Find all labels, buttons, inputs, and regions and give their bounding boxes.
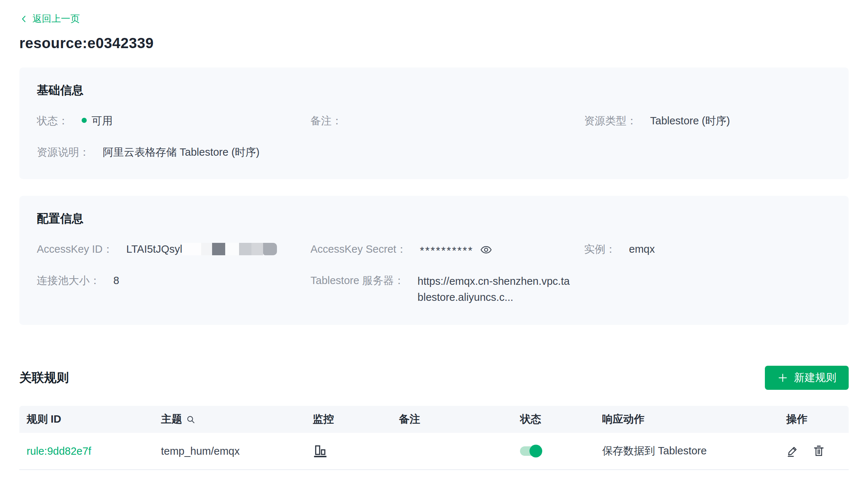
instance-field: 实例： emqx <box>584 242 831 256</box>
remark-label: 备注： <box>310 113 342 128</box>
search-icon <box>186 415 196 424</box>
back-link[interactable]: 返回上一页 <box>19 12 80 25</box>
reveal-secret-button[interactable] <box>480 244 492 256</box>
status-label: 状态： <box>37 113 69 128</box>
trash-icon <box>813 445 825 457</box>
rule-status-toggle[interactable] <box>520 446 541 456</box>
status-available-dot-icon <box>82 118 87 123</box>
pool-size-field: 连接池大小： 8 <box>37 273 310 288</box>
status-cell <box>513 446 595 456</box>
basic-info-card: 基础信息 状态： 可用 备注： 资源类型： Tablestore (时序) 资源… <box>19 67 849 179</box>
operations-cell <box>779 445 849 457</box>
basic-info-title: 基础信息 <box>37 84 831 97</box>
config-info-card: 配置信息 AccessKey ID： LTAI5tJQsyl AccessKey… <box>19 196 849 325</box>
pool-size-value: 8 <box>113 273 119 288</box>
server-field: Tablestore 服务器： https://emqx.cn-shenzhen… <box>310 273 584 305</box>
new-rule-button[interactable]: 新建规则 <box>765 366 849 390</box>
plus-icon <box>777 372 788 383</box>
rules-table-header: 规则 ID 主题 监控 备注 状态 响应动作 操作 <box>19 406 849 433</box>
config-info-grid: AccessKey ID： LTAI5tJQsyl AccessKey Secr… <box>37 242 831 305</box>
accesskey-secret-label: AccessKey Secret： <box>310 242 407 256</box>
rule-id-link[interactable]: rule:9dd82e7f <box>27 445 91 457</box>
table-row: rule:9dd82e7f temp_hum/emqx 保存数据到 Tables… <box>19 433 849 470</box>
instance-label: 实例： <box>584 242 616 256</box>
header-rule-id: 规则 ID <box>19 412 154 427</box>
resource-desc-field: 资源说明： 阿里云表格存储 Tablestore (时序) <box>37 145 310 159</box>
header-topic: 主题 <box>154 412 306 427</box>
edit-pencil-icon <box>786 445 799 457</box>
status-field: 状态： 可用 <box>37 113 310 128</box>
basic-info-grid: 状态： 可用 备注： 资源类型： Tablestore (时序) 资源说明： 阿… <box>37 113 831 159</box>
status-value: 可用 <box>82 113 113 128</box>
delete-rule-button[interactable] <box>813 445 825 457</box>
server-value: https://emqx.cn-shenzhen.vpc.tablestore.… <box>418 273 574 305</box>
resource-type-label: 资源类型： <box>584 113 637 128</box>
bar-chart-icon <box>313 444 327 458</box>
edit-rule-button[interactable] <box>786 445 799 457</box>
resource-desc-value: 阿里云表格存储 Tablestore (时序) <box>103 145 259 159</box>
resource-detail-page: 返回上一页 resource:e0342339 基础信息 状态： 可用 备注： … <box>0 0 868 470</box>
new-rule-button-label: 新建规则 <box>794 370 836 385</box>
header-remark: 备注 <box>392 412 513 427</box>
accesskey-secret-field: AccessKey Secret： ********** <box>310 242 584 256</box>
resource-desc-label: 资源说明： <box>37 145 90 159</box>
remark-field: 备注： <box>310 113 584 128</box>
rules-section-title: 关联规则 <box>19 369 69 386</box>
header-operations: 操作 <box>779 412 849 427</box>
monitor-cell <box>305 444 392 458</box>
header-monitor: 监控 <box>305 412 392 427</box>
redacted-blocks <box>182 242 277 256</box>
monitor-chart-button[interactable] <box>313 444 327 458</box>
back-link-label: 返回上一页 <box>32 12 80 25</box>
eye-icon <box>480 244 492 256</box>
accesskey-id-label: AccessKey ID： <box>37 242 113 256</box>
resource-type-value: Tablestore (时序) <box>650 113 730 128</box>
server-label: Tablestore 服务器： <box>310 273 404 288</box>
page-title: resource:e0342339 <box>19 35 849 51</box>
config-info-title: 配置信息 <box>37 212 831 225</box>
rules-table: 规则 ID 主题 监控 备注 状态 响应动作 操作 rule:9dd82e7f … <box>19 406 849 470</box>
rule-id-cell: rule:9dd82e7f <box>19 445 154 457</box>
accesskey-id-field: AccessKey ID： LTAI5tJQsyl <box>37 242 310 256</box>
resource-type-field: 资源类型： Tablestore (时序) <box>584 113 831 128</box>
header-status: 状态 <box>513 412 595 427</box>
accesskey-id-value: LTAI5tJQsyl <box>126 242 277 256</box>
chevron-left-icon <box>19 14 29 24</box>
accesskey-secret-value: ********** <box>420 242 492 256</box>
topic-cell: temp_hum/emqx <box>154 445 306 457</box>
header-action: 响应动作 <box>595 412 779 427</box>
action-cell: 保存数据到 Tablestore <box>595 444 779 458</box>
instance-value: emqx <box>629 242 655 256</box>
toggle-knob <box>529 445 542 458</box>
rules-section-header: 关联规则 新建规则 <box>19 366 849 390</box>
topic-search-button[interactable] <box>186 415 196 424</box>
pool-size-label: 连接池大小： <box>37 273 100 288</box>
